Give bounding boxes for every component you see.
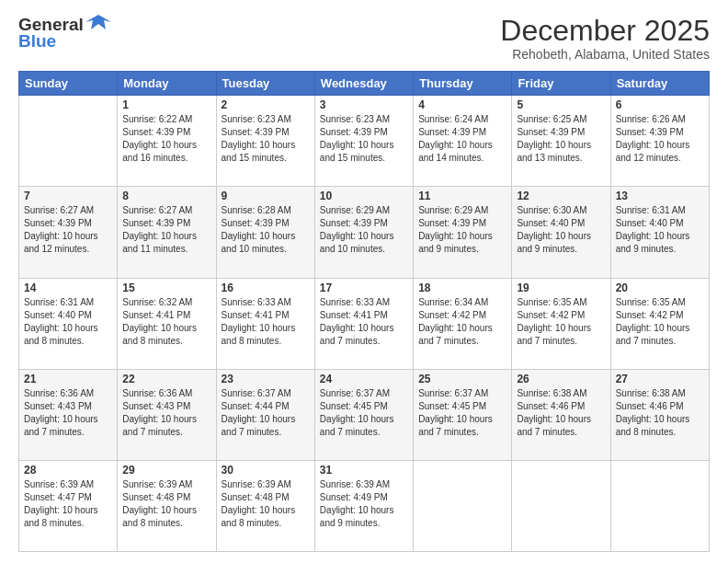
calendar-table: Sunday Monday Tuesday Wednesday Thursday…	[18, 71, 710, 552]
day-number: 18	[418, 282, 506, 294]
table-row: 6Sunrise: 6:26 AM Sunset: 4:39 PM Daylig…	[610, 96, 709, 187]
table-row: 2Sunrise: 6:23 AM Sunset: 4:39 PM Daylig…	[216, 96, 314, 187]
table-row: 10Sunrise: 6:29 AM Sunset: 4:39 PM Dayli…	[314, 187, 413, 278]
day-number: 17	[320, 282, 408, 294]
table-row: 7Sunrise: 6:27 AM Sunset: 4:39 PM Daylig…	[19, 187, 118, 278]
calendar-week-row: 14Sunrise: 6:31 AM Sunset: 4:40 PM Dayli…	[19, 278, 710, 369]
col-friday: Friday	[512, 72, 610, 96]
day-number: 29	[122, 464, 210, 477]
day-number: 20	[616, 282, 704, 294]
day-info: Sunrise: 6:32 AM Sunset: 4:41 PM Dayligh…	[122, 296, 210, 348]
col-wednesday: Wednesday	[314, 72, 413, 96]
day-number: 10	[320, 190, 408, 202]
table-row	[512, 460, 610, 551]
calendar-week-row: 21Sunrise: 6:36 AM Sunset: 4:43 PM Dayli…	[19, 369, 710, 460]
table-row: 30Sunrise: 6:39 AM Sunset: 4:48 PM Dayli…	[216, 460, 314, 551]
table-row: 16Sunrise: 6:33 AM Sunset: 4:41 PM Dayli…	[216, 278, 314, 369]
table-row: 20Sunrise: 6:35 AM Sunset: 4:42 PM Dayli…	[610, 278, 709, 369]
day-number: 26	[517, 373, 605, 385]
logo: General Blue	[18, 15, 111, 52]
day-number: 6	[616, 98, 704, 111]
table-row: 3Sunrise: 6:23 AM Sunset: 4:39 PM Daylig…	[314, 96, 413, 187]
day-info: Sunrise: 6:27 AM Sunset: 4:39 PM Dayligh…	[122, 204, 210, 256]
day-number: 23	[222, 373, 310, 385]
day-info: Sunrise: 6:33 AM Sunset: 4:41 PM Dayligh…	[222, 296, 310, 348]
day-info: Sunrise: 6:36 AM Sunset: 4:43 PM Dayligh…	[122, 387, 210, 439]
day-info: Sunrise: 6:34 AM Sunset: 4:42 PM Dayligh…	[418, 296, 506, 348]
day-info: Sunrise: 6:31 AM Sunset: 4:40 PM Dayligh…	[616, 204, 704, 256]
day-number: 27	[616, 373, 704, 385]
day-info: Sunrise: 6:27 AM Sunset: 4:39 PM Dayligh…	[24, 204, 112, 256]
table-row: 15Sunrise: 6:32 AM Sunset: 4:41 PM Dayli…	[118, 278, 216, 369]
day-number: 12	[517, 190, 605, 202]
calendar-week-row: 7Sunrise: 6:27 AM Sunset: 4:39 PM Daylig…	[19, 187, 710, 278]
table-row: 17Sunrise: 6:33 AM Sunset: 4:41 PM Dayli…	[314, 278, 413, 369]
calendar-week-row: 1Sunrise: 6:22 AM Sunset: 4:39 PM Daylig…	[19, 96, 710, 187]
day-info: Sunrise: 6:38 AM Sunset: 4:46 PM Dayligh…	[616, 387, 704, 439]
table-row: 1Sunrise: 6:22 AM Sunset: 4:39 PM Daylig…	[118, 96, 216, 187]
col-tuesday: Tuesday	[216, 72, 314, 96]
table-row: 27Sunrise: 6:38 AM Sunset: 4:46 PM Dayli…	[610, 369, 709, 460]
page-title: December 2025	[500, 15, 710, 47]
day-number: 7	[24, 190, 112, 202]
table-row: 18Sunrise: 6:34 AM Sunset: 4:42 PM Dayli…	[414, 278, 512, 369]
page: General Blue December 2025 Rehobeth, Ala…	[0, 0, 728, 563]
day-info: Sunrise: 6:39 AM Sunset: 4:48 PM Dayligh…	[122, 478, 210, 530]
day-number: 21	[24, 373, 112, 385]
day-info: Sunrise: 6:28 AM Sunset: 4:39 PM Dayligh…	[222, 204, 310, 256]
table-row: 22Sunrise: 6:36 AM Sunset: 4:43 PM Dayli…	[118, 369, 216, 460]
day-info: Sunrise: 6:31 AM Sunset: 4:40 PM Dayligh…	[24, 296, 112, 348]
day-number: 2	[222, 98, 310, 111]
day-info: Sunrise: 6:33 AM Sunset: 4:41 PM Dayligh…	[320, 296, 408, 348]
day-info: Sunrise: 6:25 AM Sunset: 4:39 PM Dayligh…	[517, 113, 605, 165]
table-row: 9Sunrise: 6:28 AM Sunset: 4:39 PM Daylig…	[216, 187, 314, 278]
title-block: December 2025 Rehobeth, Alabama, United …	[500, 15, 710, 62]
table-row: 4Sunrise: 6:24 AM Sunset: 4:39 PM Daylig…	[414, 96, 512, 187]
logo-bird-icon	[85, 13, 111, 33]
table-row: 11Sunrise: 6:29 AM Sunset: 4:39 PM Dayli…	[414, 187, 512, 278]
table-row: 14Sunrise: 6:31 AM Sunset: 4:40 PM Dayli…	[19, 278, 118, 369]
table-row: 12Sunrise: 6:30 AM Sunset: 4:40 PM Dayli…	[512, 187, 610, 278]
table-row: 5Sunrise: 6:25 AM Sunset: 4:39 PM Daylig…	[512, 96, 610, 187]
day-info: Sunrise: 6:23 AM Sunset: 4:39 PM Dayligh…	[222, 113, 310, 165]
day-info: Sunrise: 6:37 AM Sunset: 4:45 PM Dayligh…	[320, 387, 408, 439]
day-info: Sunrise: 6:39 AM Sunset: 4:47 PM Dayligh…	[24, 478, 112, 530]
day-info: Sunrise: 6:39 AM Sunset: 4:48 PM Dayligh…	[222, 478, 310, 530]
day-number: 8	[122, 190, 210, 202]
day-number: 22	[122, 373, 210, 385]
day-info: Sunrise: 6:37 AM Sunset: 4:45 PM Dayligh…	[418, 387, 506, 439]
day-number: 24	[320, 373, 408, 385]
day-info: Sunrise: 6:24 AM Sunset: 4:39 PM Dayligh…	[418, 113, 506, 165]
day-info: Sunrise: 6:38 AM Sunset: 4:46 PM Dayligh…	[517, 387, 605, 439]
col-sunday: Sunday	[19, 72, 118, 96]
logo-blue: Blue	[18, 31, 56, 52]
day-info: Sunrise: 6:35 AM Sunset: 4:42 PM Dayligh…	[616, 296, 704, 348]
day-info: Sunrise: 6:36 AM Sunset: 4:43 PM Dayligh…	[24, 387, 112, 439]
day-number: 5	[517, 98, 605, 111]
table-row: 13Sunrise: 6:31 AM Sunset: 4:40 PM Dayli…	[610, 187, 709, 278]
table-row	[414, 460, 512, 551]
calendar-header-row: Sunday Monday Tuesday Wednesday Thursday…	[19, 72, 710, 96]
day-number: 4	[418, 98, 506, 111]
table-row: 19Sunrise: 6:35 AM Sunset: 4:42 PM Dayli…	[512, 278, 610, 369]
day-number: 16	[222, 282, 310, 294]
day-number: 13	[616, 190, 704, 202]
day-number: 25	[418, 373, 506, 385]
day-info: Sunrise: 6:29 AM Sunset: 4:39 PM Dayligh…	[418, 204, 506, 256]
header: General Blue December 2025 Rehobeth, Ala…	[18, 15, 710, 62]
day-info: Sunrise: 6:35 AM Sunset: 4:42 PM Dayligh…	[517, 296, 605, 348]
table-row: 24Sunrise: 6:37 AM Sunset: 4:45 PM Dayli…	[314, 369, 413, 460]
day-number: 31	[320, 464, 408, 477]
table-row: 31Sunrise: 6:39 AM Sunset: 4:49 PM Dayli…	[314, 460, 413, 551]
day-number: 11	[418, 190, 506, 202]
day-number: 1	[122, 98, 210, 111]
svg-marker-0	[85, 15, 111, 29]
day-number: 14	[24, 282, 112, 294]
col-thursday: Thursday	[414, 72, 512, 96]
day-info: Sunrise: 6:26 AM Sunset: 4:39 PM Dayligh…	[616, 113, 704, 165]
table-row: 25Sunrise: 6:37 AM Sunset: 4:45 PM Dayli…	[414, 369, 512, 460]
day-number: 9	[222, 190, 310, 202]
table-row	[610, 460, 709, 551]
table-row: 28Sunrise: 6:39 AM Sunset: 4:47 PM Dayli…	[19, 460, 118, 551]
table-row: 21Sunrise: 6:36 AM Sunset: 4:43 PM Dayli…	[19, 369, 118, 460]
